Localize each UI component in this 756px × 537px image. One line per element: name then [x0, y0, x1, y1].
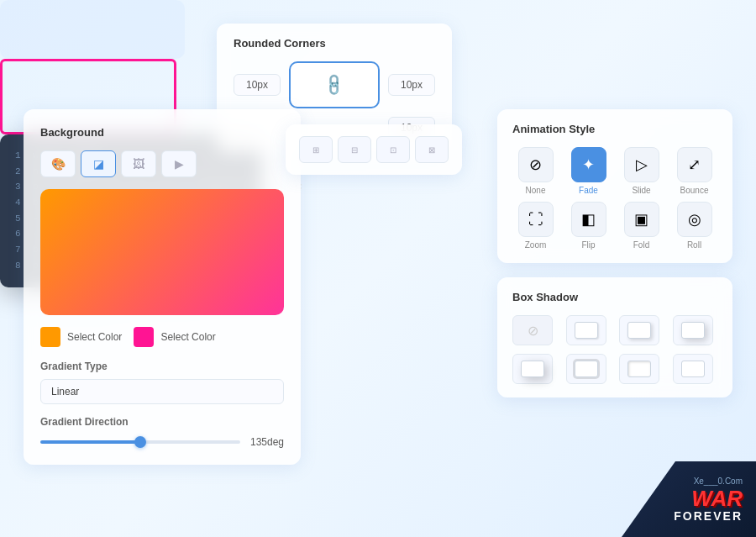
animation-panel: Animation Style ⊘ None ✦ Fade ▷ Slide ⤢ …	[497, 109, 732, 263]
bg-type-color[interactable]: 🎨	[40, 150, 76, 177]
corner-row-top: 10px 🔗 10px	[234, 61, 435, 108]
size-btn-1[interactable]: ⊞	[299, 136, 333, 163]
shadow-xl[interactable]	[512, 354, 553, 384]
anim-fold-icon: ▣	[624, 202, 659, 237]
gradient-direction-row: 135deg	[40, 436, 284, 448]
anim-roll-icon: ◎	[677, 202, 712, 237]
rounded-corners-title: Rounded Corners	[234, 37, 435, 50]
corner-tl-input[interactable]: 10px	[234, 74, 281, 96]
corner-tr-input[interactable]: 10px	[388, 74, 435, 96]
watermark: Xe___0.Com WAR FOREVER	[622, 461, 756, 537]
gradient-type-label: Gradient Type	[40, 361, 284, 372]
size-grid: ⊞ ⊟ ⊡ ⊠	[299, 136, 449, 163]
slider-thumb	[134, 436, 146, 448]
ln5: 5	[15, 213, 21, 224]
size-btn-3[interactable]: ⊡	[376, 136, 410, 163]
bg-type-row: 🎨 ◪ 🖼 ▶	[40, 150, 284, 177]
direction-value: 135deg	[250, 436, 284, 448]
anim-flip-label: Flip	[581, 240, 595, 250]
ln2: 2	[15, 166, 21, 176]
box-shadow-title: Box Shadow	[512, 291, 717, 303]
ln3: 3	[15, 182, 21, 192]
bg-type-image[interactable]: 🖼	[121, 150, 156, 177]
size-btn-4[interactable]: ⊠	[415, 136, 449, 163]
anim-none[interactable]: ⊘ None	[512, 147, 559, 195]
bg-type-gradient[interactable]: ◪	[81, 150, 116, 177]
watermark-forever: FOREVER	[674, 509, 743, 523]
anim-slide-label: Slide	[632, 186, 650, 195]
shadow-sm[interactable]	[566, 315, 606, 345]
ln4: 4	[15, 197, 21, 208]
anim-bounce[interactable]: ⤢ Bounce	[671, 147, 717, 195]
anim-slide[interactable]: ▷ Slide	[618, 147, 664, 195]
anim-zoom-label: Zoom	[525, 240, 547, 250]
link-lock-box[interactable]: 🔗	[289, 61, 380, 108]
color-swatch-1-box	[40, 327, 60, 347]
anim-fold[interactable]: ▣ Fold	[618, 202, 664, 250]
background-panel: Background 🎨 ◪ 🖼 ▶ Select Color Select C…	[24, 109, 301, 465]
watermark-war: WAR	[691, 487, 743, 509]
anim-flip[interactable]: ◧ Flip	[565, 202, 612, 250]
link-icon: 🔗	[321, 71, 347, 97]
color-label-2: Select Color	[160, 331, 215, 343]
gradient-preview	[40, 189, 284, 315]
color-swatch-1[interactable]: Select Color	[40, 327, 122, 347]
deco-card-tl	[0, 0, 185, 59]
size-btn-2[interactable]: ⊟	[338, 136, 371, 163]
background-title: Background	[40, 126, 284, 139]
color-row: Select Color Select Color	[40, 327, 284, 347]
anim-fade-icon: ✦	[571, 147, 606, 182]
anim-bounce-icon: ⤢	[677, 147, 712, 182]
animation-grid: ⊘ None ✦ Fade ▷ Slide ⤢ Bounce ⛶ Zoom ◧ …	[512, 147, 717, 250]
anim-fade-label: Fade	[579, 186, 598, 195]
anim-flip-icon: ◧	[571, 202, 606, 237]
animation-title: Animation Style	[512, 123, 717, 135]
ln1: 1	[15, 150, 21, 161]
gradient-type-value[interactable]: Linear	[40, 379, 284, 404]
bg-type-video[interactable]: ▶	[161, 150, 197, 177]
direction-slider[interactable]	[40, 440, 240, 444]
anim-fade[interactable]: ✦ Fade	[565, 147, 612, 195]
color-swatch-2-box	[134, 327, 154, 347]
shadow-none[interactable]: ⊘	[512, 315, 553, 345]
anim-roll-label: Roll	[687, 240, 701, 250]
shadow-md[interactable]	[619, 315, 659, 345]
shadow-lg[interactable]	[673, 315, 713, 345]
anim-fold-label: Fold	[633, 240, 649, 250]
anim-none-icon: ⊘	[518, 147, 554, 182]
box-shadow-panel: Box Shadow ⊘	[497, 277, 732, 397]
shadow-2xl[interactable]	[566, 354, 606, 384]
watermark-site: Xe___0.Com	[694, 476, 743, 486]
anim-zoom[interactable]: ⛶ Zoom	[512, 202, 559, 250]
anim-slide-icon: ▷	[624, 147, 659, 182]
anim-roll[interactable]: ◎ Roll	[671, 202, 717, 250]
color-label-1: Select Color	[67, 331, 122, 343]
ln7: 7	[15, 245, 21, 255]
size-panel: ⊞ ⊟ ⊡ ⊠	[286, 124, 462, 175]
shadow-3xl[interactable]	[619, 354, 659, 384]
anim-zoom-icon: ⛶	[518, 202, 554, 237]
anim-bounce-label: Bounce	[680, 186, 709, 195]
color-swatch-2[interactable]: Select Color	[134, 327, 215, 347]
shadow-inner[interactable]	[673, 354, 713, 384]
ln8: 8	[15, 261, 21, 271]
shadow-grid: ⊘	[512, 315, 717, 384]
ln6: 6	[15, 229, 21, 239]
gradient-direction-label: Gradient Direction	[40, 416, 284, 428]
anim-none-label: None	[526, 186, 546, 195]
